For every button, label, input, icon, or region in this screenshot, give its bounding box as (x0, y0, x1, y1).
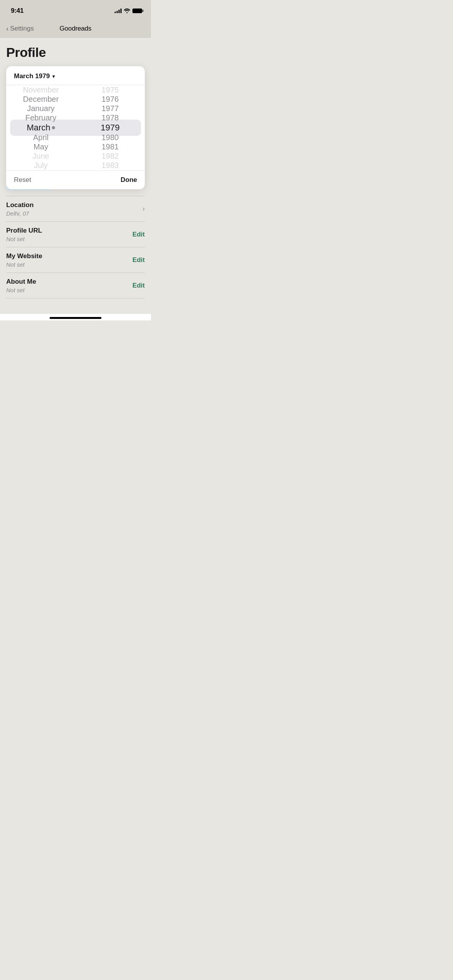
month-item-june: June (6, 152, 76, 161)
month-item-april: April (6, 133, 76, 142)
profile-url-info: Profile URL Not set (6, 226, 132, 242)
year-column[interactable]: 1975 1976 1977 1978 1979 1980 1981 1982 … (76, 85, 145, 170)
spacer (0, 298, 151, 314)
page-content: Profile March 1979 ▾ November December J… (0, 38, 151, 314)
wifi-icon (124, 9, 130, 13)
status-icons (115, 9, 143, 13)
profile-url-row: Profile URL Not set Edit (0, 222, 151, 247)
year-item-1975: 1975 (76, 85, 145, 94)
month-item-january: January (6, 104, 76, 113)
picker-columns[interactable]: November December January February March… (6, 85, 145, 170)
nav-title: Goodreads (60, 25, 91, 33)
home-bar (50, 317, 101, 319)
year-item-1982: 1982 (76, 152, 145, 161)
location-value: Delhi, 07 (6, 210, 142, 217)
month-item-july: July (6, 161, 76, 170)
battery-icon (132, 9, 143, 13)
about-value: Not set (6, 287, 132, 293)
website-value: Not set (6, 261, 132, 268)
location-label: Location (6, 201, 142, 209)
date-picker-header[interactable]: March 1979 ▾ (6, 66, 145, 85)
year-item-1980: 1980 (76, 133, 145, 142)
location-row[interactable]: Location Delhi, 07 › (0, 196, 151, 221)
month-item-may: May (6, 142, 76, 151)
date-picker-card: March 1979 ▾ November December January F… (6, 66, 145, 189)
year-item-1979: 1979 (76, 123, 145, 133)
month-item-december: December (6, 94, 76, 104)
year-item-1977: 1977 (76, 104, 145, 113)
back-chevron-icon: ‹ (6, 25, 9, 32)
status-bar: 9:41 (0, 0, 151, 19)
month-item-february: February (6, 113, 76, 123)
fields-container: Location Delhi, 07 › Profile URL Not set… (0, 196, 151, 298)
status-time: 9:41 (11, 7, 24, 15)
website-row: My Website Not set Edit (0, 247, 151, 272)
about-edit-button[interactable]: Edit (132, 282, 145, 290)
website-edit-button[interactable]: Edit (132, 256, 145, 264)
done-button[interactable]: Done (121, 176, 137, 184)
year-item-1978: 1978 (76, 113, 145, 123)
year-item-1981: 1981 (76, 142, 145, 151)
profile-url-edit-button[interactable]: Edit (132, 231, 145, 238)
location-chevron-icon: › (142, 205, 145, 213)
month-column[interactable]: November December January February March… (6, 85, 76, 170)
back-button[interactable]: ‹ Settings (6, 25, 34, 33)
home-indicator (0, 314, 151, 320)
website-label: My Website (6, 252, 132, 260)
month-item-march: March (6, 123, 76, 133)
about-label: About Me (6, 278, 132, 286)
month-item-november: November (6, 85, 76, 94)
profile-url-label: Profile URL (6, 226, 132, 235)
date-picker-title: March 1979 (14, 72, 50, 80)
website-info: My Website Not set (6, 252, 132, 268)
profile-url-value: Not set (6, 236, 132, 242)
chevron-down-icon: ▾ (52, 73, 55, 79)
picker-container[interactable]: November December January February March… (6, 85, 145, 170)
back-label: Settings (10, 25, 34, 33)
about-row: About Me Not set Edit (0, 273, 151, 298)
year-item-1983: 1983 (76, 161, 145, 170)
signal-icon (115, 9, 122, 13)
page-title: Profile (0, 42, 151, 66)
partial-link[interactable] (0, 38, 151, 42)
about-info: About Me Not set (6, 278, 132, 293)
reset-button[interactable]: Reset (14, 176, 31, 184)
year-item-1976: 1976 (76, 94, 145, 104)
nav-bar: ‹ Settings Goodreads (0, 19, 151, 38)
picker-dot (52, 126, 55, 129)
picker-footer: Reset Done (6, 170, 145, 189)
location-info: Location Delhi, 07 (6, 201, 142, 217)
